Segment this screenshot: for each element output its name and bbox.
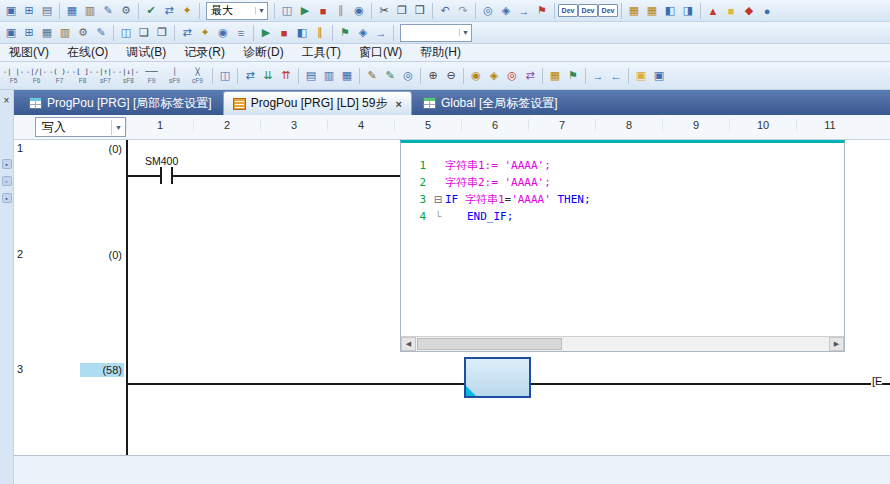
copy-page-icon[interactable]: ❏ [135,24,153,42]
jump-forward-icon[interactable]: → [589,67,607,85]
screen-icon[interactable]: ◫ [278,2,296,20]
monitor-pause-icon[interactable]: ∥ [332,2,350,20]
jump-back-icon[interactable]: ← [607,67,625,85]
menu-tools[interactable]: 工具(T) [293,44,350,61]
monitor-table-2-icon[interactable]: ▦ [643,2,661,20]
pause-icon[interactable]: ∥ [311,24,329,42]
insert-column-icon[interactable]: ▦ [338,67,356,85]
build-icon[interactable]: ✦ [178,2,196,20]
tab-close-icon[interactable]: × [395,98,401,110]
insert-row-icon[interactable]: ▤ [302,67,320,85]
diamond-icon[interactable]: ◈ [354,24,372,42]
inline-st-editor[interactable]: 1字符串1:= 'AAAA';2字符串2:= 'AAAA';3⊟IF 字符串1=… [400,140,845,352]
st-code-text[interactable]: 字符串2:= 'AAAA'; [445,175,551,190]
menu-window[interactable]: 窗口(W) [350,44,411,61]
stop-icon[interactable]: ■ [275,24,293,42]
convert-run-icon[interactable]: ⇊ [259,67,277,85]
zoom-in-icon[interactable]: ⊕ [424,67,442,85]
convert-icon[interactable]: ⇄ [160,2,178,20]
edit-mode-combo[interactable]: 写入 ▼ [35,117,126,137]
menu-diagnostics[interactable]: 诊断(D) [234,44,293,61]
dock-pin-icon[interactable]: ▪ [2,159,12,169]
copy-icon[interactable]: ❐ [393,2,411,20]
new-window-icon[interactable]: ▣ [2,2,20,20]
help-book-icon[interactable]: ▥ [81,2,99,20]
note-icon[interactable]: ✎ [381,67,399,85]
device-display-2-icon[interactable]: Dev [578,4,598,17]
library-icon[interactable]: ▦ [63,2,81,20]
project-open-icon[interactable]: ⊞ [20,24,38,42]
ladder-tool-sF8[interactable]: -|↓|-sF8 [117,63,140,89]
device-comment-icon[interactable]: ◎ [399,67,417,85]
sync-icon[interactable]: ⇄ [178,24,196,42]
dock-window-icon[interactable]: ▫ [2,176,12,186]
parameter-edit-icon[interactable]: ✎ [99,2,117,20]
split-left-icon[interactable]: ◧ [661,2,679,20]
dock-expand-icon[interactable]: ▪ [2,193,12,203]
device-select-combo[interactable]: ▼ [400,24,472,42]
ladder-tool-cF9[interactable]: ╳cF9 [186,63,209,89]
redo-icon[interactable]: ↷ [454,2,472,20]
st-horizontal-scrollbar[interactable]: ◀ ▶ [401,336,844,351]
st-code-text[interactable]: 字符串1:= 'AAAA'; [445,158,551,173]
zoom-out-icon[interactable]: ⊖ [442,67,460,85]
dropdown-arrow-icon[interactable]: ▼ [255,7,265,14]
jump-icon[interactable]: → [515,2,533,20]
zoom-level-combo[interactable]: 最大▼ [206,2,268,20]
star-icon[interactable]: ✦ [196,24,214,42]
dropdown-arrow-icon[interactable]: ▼ [459,29,469,36]
scrollbar-thumb[interactable] [417,338,562,350]
statement-icon[interactable]: ✎ [363,67,381,85]
arrow-icon[interactable]: → [372,24,390,42]
st-code-text[interactable]: IF 字符串1='AAAA' THEN; [445,192,591,207]
cut-icon[interactable]: ✂ [375,2,393,20]
device-display-3-icon[interactable]: Dev [598,4,618,17]
undo-icon[interactable]: ↶ [436,2,454,20]
tab-progpou-ladder[interactable]: ProgPou [PRG] [LD] 59步 × [223,91,412,115]
st-code-text[interactable]: END_IF; [445,210,513,223]
target-icon[interactable]: ◉ [214,24,232,42]
split-right-icon[interactable]: ◨ [679,2,697,20]
step-icon[interactable]: ◧ [293,24,311,42]
project-tree-icon[interactable]: ⊞ [20,2,38,20]
rebuild-all-icon[interactable]: ⇈ [277,67,295,85]
monitor-display-icon[interactable]: ▣ [650,67,668,85]
ladder-tool-F7[interactable]: -( )-F7 [48,63,71,89]
device-list-icon[interactable]: ▦ [546,67,564,85]
dock-close-icon[interactable]: × [4,95,10,107]
paste-page-icon[interactable]: ❐ [153,24,171,42]
dropdown-arrow-icon[interactable]: ▼ [111,120,125,135]
ladder-tool-F5[interactable]: -| |-F5 [2,63,25,89]
dot-blue-icon[interactable]: ● [758,2,776,20]
scroll-right-icon[interactable]: ▶ [829,337,844,351]
diamond-red-icon[interactable]: ◆ [740,2,758,20]
scroll-left-icon[interactable]: ◀ [401,337,416,351]
tab-global-labels[interactable]: Global [全局标签设置] [414,91,567,115]
find-instruction-icon[interactable]: ◈ [485,67,503,85]
find-device-icon[interactable]: ◉ [467,67,485,85]
convert-icon[interactable]: ⇄ [241,67,259,85]
replace-icon[interactable]: ◈ [497,2,515,20]
program-check-icon[interactable]: ✔ [142,2,160,20]
device-display-1-icon[interactable]: Dev [558,4,578,17]
ladder-tool-sF7[interactable]: -|↑|-sF7 [94,63,117,89]
edit-window-icon[interactable]: ◫ [216,67,234,85]
run-icon[interactable]: ▶ [257,24,275,42]
tab-progpou-local-labels[interactable]: ProgPou [PRG] [局部标签设置] [20,91,221,115]
contact-device-label[interactable]: SM400 [145,155,178,167]
selection-handle-icon[interactable] [466,386,476,396]
menu-recording[interactable]: 记录(R) [175,44,234,61]
cross-reference-icon[interactable]: ⇄ [521,67,539,85]
edit-icon[interactable]: ✎ [92,24,110,42]
ladder-tool-F8[interactable]: -[ ]-F8 [71,63,94,89]
delete-row-icon[interactable]: ▥ [320,67,338,85]
menu-debug[interactable]: 调试(B) [117,44,175,61]
flag-yellow-icon[interactable]: ■ [722,2,740,20]
table-icon[interactable]: ▦ [38,24,56,42]
window-icon[interactable]: ◫ [117,24,135,42]
ladder-tool-sF9[interactable]: │sF9 [163,63,186,89]
monitor-stop-icon[interactable]: ■ [314,2,332,20]
book-icon[interactable]: ▥ [56,24,74,42]
alert-icon[interactable]: ▲ [704,2,722,20]
watch-register-icon[interactable]: ⚑ [564,67,582,85]
